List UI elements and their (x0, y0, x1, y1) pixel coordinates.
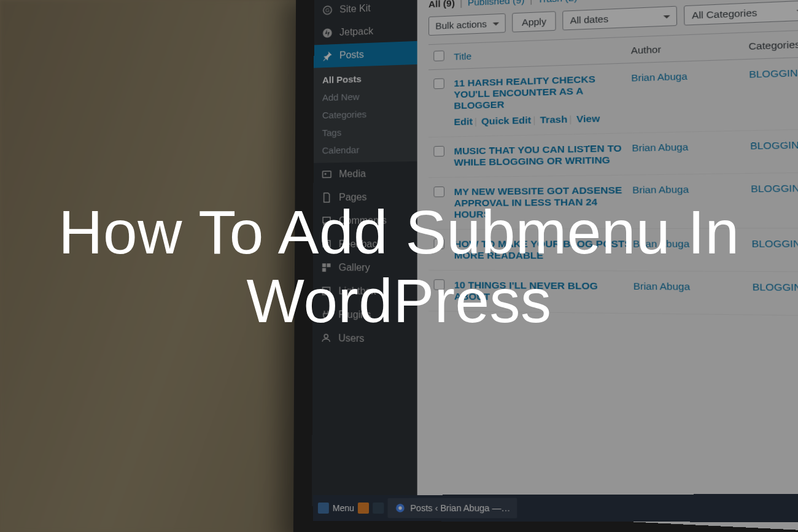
taskbar-tab-title: Posts ‹ Brian Abuga —… (410, 503, 510, 514)
categories-select[interactable]: All Categories (684, 0, 798, 25)
author-link[interactable]: Brian Abuga (632, 141, 688, 153)
svg-point-2 (323, 28, 332, 37)
site-kit-icon: G (322, 4, 334, 16)
svg-point-13 (398, 506, 401, 509)
author-link[interactable]: Brian Abuga (633, 238, 689, 249)
wp-admin-sidebar: G Site Kit Jetpack Posts All Posts Add N… (312, 0, 417, 511)
taskbar-app-icon[interactable] (373, 503, 384, 514)
row-checkbox[interactable] (433, 79, 444, 90)
posts-table: Title Author Categories 11 HARSH REALITY… (428, 28, 798, 316)
column-categories[interactable]: Categories (748, 37, 798, 52)
sidebar-item-label: Posts (339, 49, 364, 61)
feedback-icon (320, 238, 333, 250)
svg-rect-7 (327, 263, 330, 267)
table-row: MY NEW WEBSITE GOT ADSENSE APPROVAL IN L… (428, 172, 798, 229)
submenu-categories[interactable]: Categories (314, 104, 417, 124)
table-row: MUSIC THAT YOU CAN LISTEN TO WHILE BLOGG… (428, 129, 798, 178)
category-link[interactable]: BLOGGING (751, 238, 798, 250)
edit-link[interactable]: Edit (454, 116, 473, 127)
sidebar-item-lightbox[interactable]: Lightbox (313, 279, 417, 304)
taskbar-app-icon[interactable] (358, 503, 369, 514)
svg-point-11 (324, 334, 328, 338)
start-button[interactable] (318, 503, 329, 514)
row-actions: Edit| Quick Edit| Trash| View (454, 112, 632, 128)
windows-taskbar: Menu Posts ‹ Brian Abuga —… (313, 494, 798, 522)
bulk-actions-select[interactable]: Bulk actions (428, 13, 506, 36)
sidebar-item-posts[interactable]: Posts (314, 41, 417, 68)
pin-icon (321, 50, 333, 62)
author-link[interactable]: Brian Abuga (633, 280, 690, 292)
post-title-link[interactable]: HOW TO MAKE YOUR BLOG POSTS MORE READABL… (454, 238, 632, 261)
gallery-icon (320, 261, 333, 274)
svg-point-4 (325, 173, 327, 175)
svg-text:G: G (325, 7, 330, 13)
submenu-tags[interactable]: Tags (314, 121, 417, 142)
row-checkbox[interactable] (434, 239, 445, 249)
table-row: 11 HARSH REALITY CHECKS YOU'LL ENCOUNTER… (428, 56, 798, 138)
row-checkbox[interactable] (434, 279, 445, 290)
sidebar-item-label: Gallery (339, 262, 370, 273)
chrome-icon (394, 502, 406, 514)
sidebar-item-gallery[interactable]: Gallery (313, 256, 417, 280)
sidebar-item-jetpack[interactable]: Jetpack (314, 18, 417, 45)
filter-all[interactable]: All (9) (428, 0, 455, 9)
sidebar-item-feedback[interactable]: Feedback (313, 233, 417, 256)
taskbar-menu-label: Menu (333, 503, 354, 513)
post-title-link[interactable]: MUSIC THAT YOU CAN LISTEN TO WHILE BLOGG… (454, 142, 622, 168)
plugin-icon (320, 308, 332, 320)
sidebar-item-users[interactable]: Users (312, 326, 417, 352)
comment-icon (320, 215, 333, 227)
category-link[interactable]: BLOGGING, FUN (750, 139, 798, 152)
dates-select[interactable]: All dates (563, 6, 678, 31)
jetpack-icon (321, 27, 333, 39)
submenu-calendar[interactable]: Calendar (314, 140, 417, 160)
post-title-link[interactable]: 10 THINGS I'LL NEVER BLOG ABOUT (454, 279, 598, 302)
sidebar-item-label: Users (338, 333, 364, 344)
author-link[interactable]: Brian Abuga (632, 183, 689, 195)
sidebar-item-label: Jetpack (339, 26, 373, 38)
row-checkbox[interactable] (433, 146, 444, 157)
category-link[interactable]: BLOGGING (749, 67, 798, 80)
lightbox-icon (320, 285, 333, 297)
svg-rect-3 (323, 171, 331, 178)
sidebar-item-label: Feedback (339, 239, 382, 250)
sidebar-submenu: All Posts Add New Categories Tags Calend… (314, 64, 417, 163)
filter-published[interactable]: Published (9) (468, 0, 525, 7)
trash-link[interactable]: Trash (540, 114, 568, 125)
post-title-link[interactable]: 11 HARSH REALITY CHECKS YOU'LL ENCOUNTER… (454, 74, 595, 111)
table-row: HOW TO MAKE YOUR BLOG POSTS MORE READABL… (428, 228, 798, 272)
page-icon (320, 191, 333, 204)
sidebar-item-label: Lightbox (339, 285, 376, 297)
sidebar-item-label: Plugins (338, 309, 371, 321)
column-title[interactable]: Title (454, 45, 631, 62)
submenu-add-new[interactable]: Add New (314, 86, 417, 107)
sidebar-item-label: Pages (339, 191, 367, 202)
taskbar-browser-tab[interactable]: Posts ‹ Brian Abuga —… (388, 498, 517, 518)
filter-trash[interactable]: Trash (2) (538, 0, 578, 4)
sidebar-item-label: Comments (339, 215, 387, 226)
row-checkbox[interactable] (433, 187, 444, 197)
svg-point-10 (325, 290, 328, 293)
column-author[interactable]: Author (631, 40, 749, 56)
users-icon (320, 332, 332, 345)
laptop-screen: G Site Kit Jetpack Posts All Posts Add N… (312, 0, 798, 532)
svg-rect-6 (322, 263, 326, 267)
view-link[interactable]: View (576, 113, 600, 125)
post-title-link[interactable]: MY NEW WEBSITE GOT ADSENSE APPROVAL IN L… (454, 185, 622, 220)
sidebar-item-plugins[interactable]: Plugins (312, 303, 417, 328)
posts-list-panel: All (9) | Published (9) | Trash (2) Bulk… (417, 0, 798, 532)
sidebar-item-comments[interactable]: Comments (313, 209, 417, 233)
sidebar-item-label: Media (339, 168, 366, 180)
table-row: 10 THINGS I'LL NEVER BLOG ABOUT Brian Ab… (428, 271, 798, 317)
category-link[interactable]: BLOGGING (751, 182, 798, 194)
category-link[interactable]: BLOGGING (753, 281, 798, 293)
svg-rect-5 (323, 241, 330, 247)
select-all-checkbox[interactable] (433, 50, 444, 61)
sidebar-item-media[interactable]: Media (313, 161, 417, 186)
sidebar-item-label: Site Kit (339, 3, 370, 15)
quick-edit-link[interactable]: Quick Edit (481, 115, 531, 126)
apply-button[interactable]: Apply (512, 11, 556, 33)
sidebar-item-pages[interactable]: Pages (313, 185, 417, 209)
author-link[interactable]: Brian Abuga (631, 71, 687, 83)
media-icon (320, 168, 333, 180)
